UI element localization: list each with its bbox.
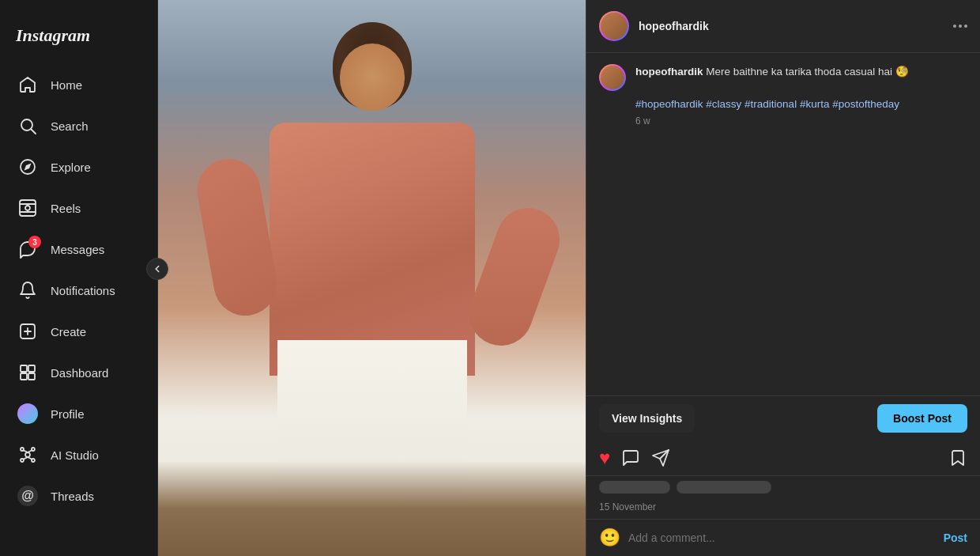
sidebar-label-reels: Reels <box>51 202 81 215</box>
post-image-area <box>158 0 586 556</box>
bookmark-button[interactable] <box>948 448 967 467</box>
share-button[interactable] <box>651 448 670 467</box>
svg-line-23 <box>24 457 28 460</box>
like-button[interactable]: ♥ <box>599 447 610 469</box>
sidebar-item-create[interactable]: Create <box>6 312 151 351</box>
likes-extra-pill <box>677 481 771 494</box>
post-icons-bar: ♥ <box>586 441 980 476</box>
sidebar: Instagram Home Search Explore <box>0 0 158 556</box>
ai-studio-icon <box>17 444 38 465</box>
threads-icon: @ <box>17 486 38 506</box>
sidebar-label-dashboard: Dashboard <box>51 366 108 380</box>
reels-icon <box>17 198 38 218</box>
sidebar-item-home[interactable]: Home <box>6 65 151 104</box>
post-comments: hopeofhardik Mere baithne ka tarika thod… <box>586 53 980 395</box>
svg-marker-3 <box>24 164 32 171</box>
sidebar-nav: Home Search Explore Reels <box>0 65 157 543</box>
comment-username: hopeofhardik <box>635 66 703 78</box>
explore-icon <box>17 157 38 177</box>
post-actions-bar: View Insights Boost Post <box>586 395 980 441</box>
sidebar-label-profile: Profile <box>51 407 85 421</box>
sidebar-label-notifications: Notifications <box>51 284 115 297</box>
svg-point-15 <box>25 452 30 457</box>
comment-time: 6 w <box>635 115 967 127</box>
boost-post-button[interactable]: Boost Post <box>877 404 967 433</box>
commenter-avatar <box>599 64 626 91</box>
sidebar-item-dashboard[interactable]: Dashboard <box>6 353 151 392</box>
post-comment-button[interactable]: Post <box>944 531 967 544</box>
more-options-button[interactable] <box>953 25 967 28</box>
svg-rect-11 <box>21 365 27 372</box>
svg-rect-13 <box>21 373 27 380</box>
view-insights-button[interactable]: View Insights <box>599 404 695 433</box>
sidebar-item-ai-studio[interactable]: AI Studio <box>6 435 151 475</box>
likes-bar <box>586 476 980 498</box>
post-header: hopeofhardik <box>586 0 980 53</box>
avatar <box>17 403 38 424</box>
svg-line-21 <box>24 451 28 453</box>
sidebar-label-search: Search <box>51 119 89 133</box>
svg-point-5 <box>25 206 30 210</box>
notifications-icon <box>17 280 38 301</box>
comment-input[interactable] <box>628 531 936 544</box>
sidebar-item-messages[interactable]: 3 Messages <box>6 229 151 269</box>
svg-line-1 <box>32 130 36 134</box>
sidebar-label-create: Create <box>51 325 86 339</box>
app-logo: Instagram <box>0 13 157 65</box>
sidebar-item-threads[interactable]: @ Threads <box>6 476 151 516</box>
main-content: hopeofhardik hopeofhardik Mere baithne k… <box>158 0 980 556</box>
post-header-avatar <box>599 11 629 41</box>
dashboard-icon <box>17 362 38 383</box>
comment-item: hopeofhardik Mere baithne ka tarika thod… <box>599 64 967 127</box>
messages-badge: 3 <box>28 236 41 248</box>
comment-text: hopeofhardik Mere baithne ka tarika thod… <box>635 64 967 80</box>
sidebar-item-reels[interactable]: Reels <box>6 188 151 228</box>
svg-rect-12 <box>28 365 35 372</box>
comment-caption-text: Mere baithne ka tarika thoda casual hai … <box>706 66 908 78</box>
comment-button[interactable] <box>621 448 640 467</box>
likes-count-pill <box>599 481 670 494</box>
emoji-button[interactable]: 🙂 <box>599 528 620 548</box>
post-image <box>158 0 586 556</box>
sidebar-label-ai-studio: AI Studio <box>51 448 99 462</box>
search-icon <box>17 115 38 136</box>
sidebar-label-messages: Messages <box>51 243 104 256</box>
sidebar-label-threads: Threads <box>51 490 94 503</box>
sidebar-item-search[interactable]: Search <box>6 106 151 146</box>
create-icon <box>17 321 38 342</box>
sidebar-item-explore[interactable]: Explore <box>6 147 151 187</box>
post-date: 15 November <box>586 498 980 519</box>
post-username: hopeofhardik <box>639 20 944 32</box>
right-panel: hopeofhardik hopeofhardik Mere baithne k… <box>586 0 980 556</box>
comment-input-bar: 🙂 Post <box>586 519 980 556</box>
sidebar-label-explore: Explore <box>51 161 91 174</box>
sidebar-collapse-button[interactable] <box>146 258 168 280</box>
svg-rect-4 <box>20 200 36 216</box>
sidebar-item-notifications[interactable]: Notifications <box>6 270 151 310</box>
comment-body: hopeofhardik Mere baithne ka tarika thod… <box>635 64 967 127</box>
sidebar-label-home: Home <box>51 78 82 92</box>
hashtags-text: #hopeofhardik #classy #traditional #kurt… <box>635 98 899 110</box>
sidebar-item-profile[interactable]: Profile <box>6 394 151 433</box>
svg-rect-14 <box>28 373 35 380</box>
home-icon <box>17 74 38 95</box>
comment-hashtags: #hopeofhardik #classy #traditional #kurt… <box>635 80 967 112</box>
